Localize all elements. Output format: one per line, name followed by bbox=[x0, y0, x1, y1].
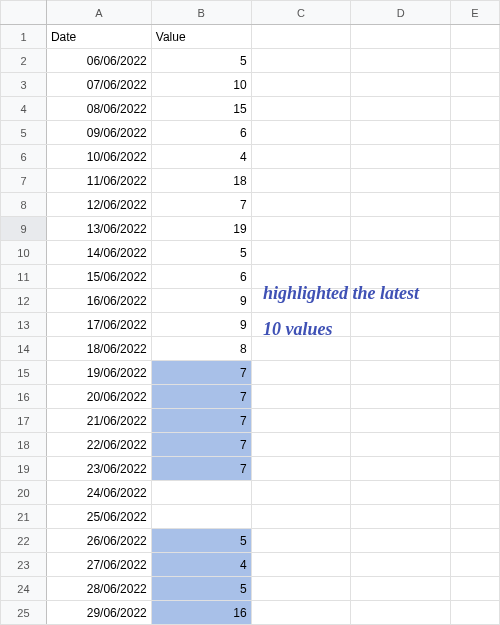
cell-e8[interactable] bbox=[451, 193, 500, 217]
row-header-18[interactable]: 18 bbox=[1, 433, 47, 457]
row-header-21[interactable]: 21 bbox=[1, 505, 47, 529]
cell-c15[interactable] bbox=[251, 361, 351, 385]
cell-d25[interactable] bbox=[351, 601, 451, 625]
cell-e9[interactable] bbox=[451, 217, 500, 241]
cell-b22[interactable]: 5 bbox=[151, 529, 251, 553]
cell-e13[interactable] bbox=[451, 313, 500, 337]
cell-c6[interactable] bbox=[251, 145, 351, 169]
row-header-17[interactable]: 17 bbox=[1, 409, 47, 433]
row-header-16[interactable]: 16 bbox=[1, 385, 47, 409]
cell-b23[interactable]: 4 bbox=[151, 553, 251, 577]
row-header-9[interactable]: 9 bbox=[1, 217, 47, 241]
cell-a20[interactable]: 24/06/2022 bbox=[46, 481, 151, 505]
cell-b18[interactable]: 7 bbox=[151, 433, 251, 457]
cell-e18[interactable] bbox=[451, 433, 500, 457]
row-header-14[interactable]: 14 bbox=[1, 337, 47, 361]
cell-e5[interactable] bbox=[451, 121, 500, 145]
row-header-19[interactable]: 19 bbox=[1, 457, 47, 481]
row-header-7[interactable]: 7 bbox=[1, 169, 47, 193]
cell-a2[interactable]: 06/06/2022 bbox=[46, 49, 151, 73]
cell-d21[interactable] bbox=[351, 505, 451, 529]
cell-a4[interactable]: 08/06/2022 bbox=[46, 97, 151, 121]
cell-c20[interactable] bbox=[251, 481, 351, 505]
cell-a1[interactable]: Date bbox=[46, 25, 151, 49]
cell-a23[interactable]: 27/06/2022 bbox=[46, 553, 151, 577]
cell-c10[interactable] bbox=[251, 241, 351, 265]
cell-a15[interactable]: 19/06/2022 bbox=[46, 361, 151, 385]
cell-a6[interactable]: 10/06/2022 bbox=[46, 145, 151, 169]
cell-d20[interactable] bbox=[351, 481, 451, 505]
cell-b16[interactable]: 7 bbox=[151, 385, 251, 409]
cell-c22[interactable] bbox=[251, 529, 351, 553]
cell-a10[interactable]: 14/06/2022 bbox=[46, 241, 151, 265]
cell-e25[interactable] bbox=[451, 601, 500, 625]
cell-b3[interactable]: 10 bbox=[151, 73, 251, 97]
column-header-d[interactable]: D bbox=[351, 1, 451, 25]
row-header-23[interactable]: 23 bbox=[1, 553, 47, 577]
cell-e6[interactable] bbox=[451, 145, 500, 169]
row-header-5[interactable]: 5 bbox=[1, 121, 47, 145]
cell-e21[interactable] bbox=[451, 505, 500, 529]
cell-a17[interactable]: 21/06/2022 bbox=[46, 409, 151, 433]
cell-b11[interactable]: 6 bbox=[151, 265, 251, 289]
row-header-13[interactable]: 13 bbox=[1, 313, 47, 337]
cell-e14[interactable] bbox=[451, 337, 500, 361]
row-header-12[interactable]: 12 bbox=[1, 289, 47, 313]
cell-e24[interactable] bbox=[451, 577, 500, 601]
cell-c2[interactable] bbox=[251, 49, 351, 73]
cell-c1[interactable] bbox=[251, 25, 351, 49]
cell-b21[interactable] bbox=[151, 505, 251, 529]
cell-d16[interactable] bbox=[351, 385, 451, 409]
row-header-11[interactable]: 11 bbox=[1, 265, 47, 289]
cell-b17[interactable]: 7 bbox=[151, 409, 251, 433]
cell-b10[interactable]: 5 bbox=[151, 241, 251, 265]
cell-a25[interactable]: 29/06/2022 bbox=[46, 601, 151, 625]
select-all-corner[interactable] bbox=[1, 1, 47, 25]
row-header-3[interactable]: 3 bbox=[1, 73, 47, 97]
cell-a22[interactable]: 26/06/2022 bbox=[46, 529, 151, 553]
cell-b19[interactable]: 7 bbox=[151, 457, 251, 481]
cell-e22[interactable] bbox=[451, 529, 500, 553]
cell-b20[interactable] bbox=[151, 481, 251, 505]
cell-c18[interactable] bbox=[251, 433, 351, 457]
row-header-1[interactable]: 1 bbox=[1, 25, 47, 49]
cell-c25[interactable] bbox=[251, 601, 351, 625]
cell-d3[interactable] bbox=[351, 73, 451, 97]
cell-b7[interactable]: 18 bbox=[151, 169, 251, 193]
cell-e1[interactable] bbox=[451, 25, 500, 49]
row-header-10[interactable]: 10 bbox=[1, 241, 47, 265]
cell-b1[interactable]: Value bbox=[151, 25, 251, 49]
cell-d1[interactable] bbox=[351, 25, 451, 49]
cell-d2[interactable] bbox=[351, 49, 451, 73]
row-header-2[interactable]: 2 bbox=[1, 49, 47, 73]
cell-b25[interactable]: 16 bbox=[151, 601, 251, 625]
cell-d17[interactable] bbox=[351, 409, 451, 433]
cell-d4[interactable] bbox=[351, 97, 451, 121]
cell-d23[interactable] bbox=[351, 553, 451, 577]
cell-e3[interactable] bbox=[451, 73, 500, 97]
cell-a24[interactable]: 28/06/2022 bbox=[46, 577, 151, 601]
cell-a14[interactable]: 18/06/2022 bbox=[46, 337, 151, 361]
row-header-20[interactable]: 20 bbox=[1, 481, 47, 505]
cell-e20[interactable] bbox=[451, 481, 500, 505]
cell-d18[interactable] bbox=[351, 433, 451, 457]
cell-a11[interactable]: 15/06/2022 bbox=[46, 265, 151, 289]
cell-a9[interactable]: 13/06/2022 bbox=[46, 217, 151, 241]
cell-b12[interactable]: 9 bbox=[151, 289, 251, 313]
cell-d7[interactable] bbox=[351, 169, 451, 193]
cell-e7[interactable] bbox=[451, 169, 500, 193]
cell-c24[interactable] bbox=[251, 577, 351, 601]
cell-c17[interactable] bbox=[251, 409, 351, 433]
cell-d9[interactable] bbox=[351, 217, 451, 241]
cell-d19[interactable] bbox=[351, 457, 451, 481]
row-header-15[interactable]: 15 bbox=[1, 361, 47, 385]
cell-d24[interactable] bbox=[351, 577, 451, 601]
cell-e16[interactable] bbox=[451, 385, 500, 409]
cell-a7[interactable]: 11/06/2022 bbox=[46, 169, 151, 193]
cell-b6[interactable]: 4 bbox=[151, 145, 251, 169]
column-header-e[interactable]: E bbox=[451, 1, 500, 25]
column-header-a[interactable]: A bbox=[46, 1, 151, 25]
cell-a8[interactable]: 12/06/2022 bbox=[46, 193, 151, 217]
cell-d15[interactable] bbox=[351, 361, 451, 385]
cell-b15[interactable]: 7 bbox=[151, 361, 251, 385]
